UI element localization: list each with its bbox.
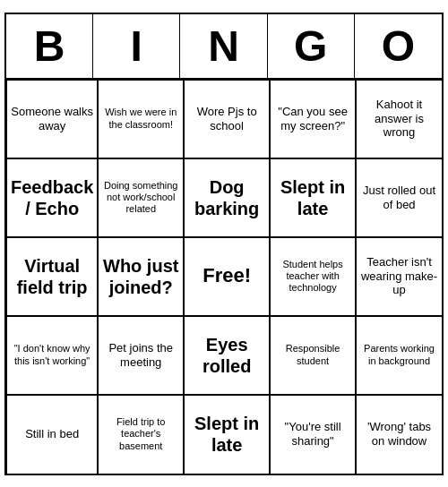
bingo-grid: Someone walks awayWish we were in the cl… bbox=[6, 80, 442, 474]
bingo-cell-9[interactable]: Just rolled out of bed bbox=[356, 158, 442, 237]
bingo-cell-18[interactable]: Responsible student bbox=[270, 316, 356, 395]
bingo-cell-2[interactable]: Wore Pjs to school bbox=[184, 80, 270, 158]
bingo-cell-23[interactable]: "You're still sharing" bbox=[270, 395, 356, 474]
bingo-cell-19[interactable]: Parents working in background bbox=[356, 316, 442, 395]
bingo-cell-4[interactable]: Kahoot it answer is wrong bbox=[356, 80, 442, 158]
bingo-cell-15[interactable]: "I don't know why this isn't working" bbox=[6, 316, 98, 395]
bingo-cell-12[interactable]: Free! bbox=[184, 237, 270, 316]
header-letter-n: N bbox=[180, 14, 267, 78]
bingo-cell-0[interactable]: Someone walks away bbox=[6, 80, 98, 158]
bingo-cell-22[interactable]: Slept in late bbox=[184, 395, 270, 474]
bingo-cell-3[interactable]: "Can you see my screen?" bbox=[270, 80, 356, 158]
bingo-card: BINGO Someone walks awayWish we were in … bbox=[4, 13, 444, 475]
bingo-header: BINGO bbox=[6, 14, 442, 80]
bingo-cell-24[interactable]: 'Wrong' tabs on window bbox=[356, 395, 442, 474]
bingo-cell-5[interactable]: Feedback / Echo bbox=[6, 158, 98, 237]
bingo-cell-7[interactable]: Dog barking bbox=[184, 158, 270, 237]
bingo-cell-16[interactable]: Pet joins the meeting bbox=[98, 316, 184, 395]
header-letter-b: B bbox=[6, 14, 93, 78]
bingo-cell-17[interactable]: Eyes rolled bbox=[184, 316, 270, 395]
bingo-cell-20[interactable]: Still in bed bbox=[6, 395, 98, 474]
bingo-cell-21[interactable]: Field trip to teacher's basement bbox=[98, 395, 184, 474]
bingo-cell-13[interactable]: Student helps teacher with technology bbox=[270, 237, 356, 316]
bingo-cell-1[interactable]: Wish we were in the classroom! bbox=[98, 80, 184, 158]
bingo-cell-10[interactable]: Virtual field trip bbox=[6, 237, 98, 316]
bingo-cell-14[interactable]: Teacher isn't wearing make-up bbox=[356, 237, 442, 316]
header-letter-i: I bbox=[93, 14, 180, 78]
header-letter-o: O bbox=[355, 14, 442, 78]
header-letter-g: G bbox=[268, 14, 355, 78]
bingo-cell-6[interactable]: Doing something not work/school related bbox=[98, 158, 184, 237]
bingo-cell-8[interactable]: Slept in late bbox=[270, 158, 356, 237]
bingo-cell-11[interactable]: Who just joined? bbox=[98, 237, 184, 316]
